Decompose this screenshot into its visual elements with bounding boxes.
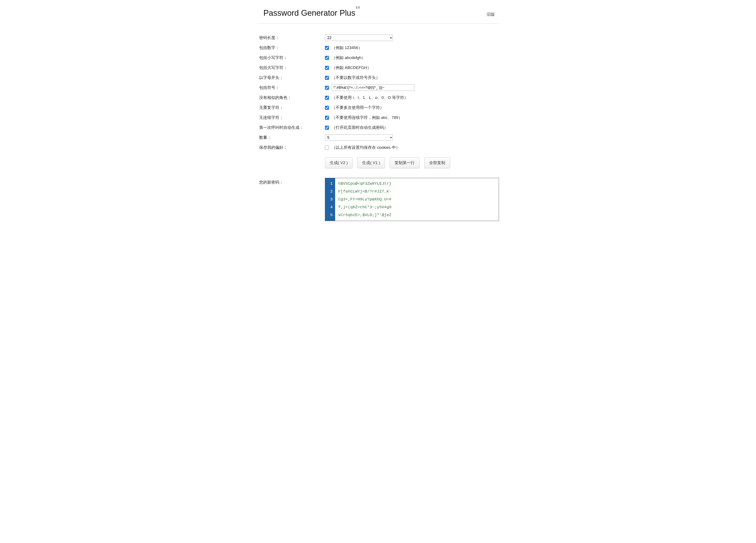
label-start-with-letter: 以字母开头：	[259, 75, 325, 80]
checkbox-start-with-letter[interactable]	[325, 76, 329, 80]
row-include-numbers: 包括数字： （例如 123456）	[259, 44, 499, 51]
password-output[interactable]: 12345 h$VSCpu@<qF3Zw9YLEJtr} F[fahCLWYj<…	[325, 178, 499, 221]
password-line: vCr5qbzE>,$VLD;]"'@jeZ	[338, 211, 391, 219]
label-include-numbers: 包括数字：	[259, 45, 325, 51]
quantity-select[interactable]: 5	[325, 134, 393, 141]
version-badge: 3.0	[356, 6, 360, 9]
hint-no-duplicate: （不要多次使用同一个字符）	[332, 105, 384, 110]
hint-start-with-letter: （不要以数字或符号开头）	[332, 75, 380, 80]
result-row: 您的新密码： 12345 h$VSCpu@<qF3Zw9YLEJtr} F[fa…	[259, 178, 499, 221]
button-row: 生成( V2 ) 生成( V1 ) 复制第一行 全部复制	[325, 157, 499, 168]
row-password-length: 密码长度： 22	[259, 34, 499, 41]
password-line: f,j+(q6Z<chC*3~;y5V4g9	[338, 203, 391, 211]
label-quantity: 数量：	[259, 135, 325, 140]
generate-v2-button[interactable]: 生成( V2 )	[325, 157, 353, 168]
checkbox-no-similar[interactable]	[325, 96, 329, 100]
password-line: Cg3+,FY=H9Ly?p&KbQ.U<#	[338, 196, 391, 203]
old-version-link[interactable]: 旧版	[487, 12, 495, 17]
title-text: Password Generator Plus	[263, 8, 355, 17]
symbols-input[interactable]	[332, 84, 414, 91]
password-line: h$VSCpu@<qF3Zw9YLEJtr}	[338, 180, 391, 188]
hint-no-similar: （不要使用 i、l、1、L、o、0、O 等字符）	[332, 95, 408, 100]
copy-first-button[interactable]: 复制第一行	[390, 157, 420, 168]
checkbox-no-duplicate[interactable]	[325, 106, 329, 110]
checkbox-save-preferences[interactable]	[325, 146, 329, 150]
row-include-uppercase: 包括大写字符： （例如 ABCDEFGH）	[259, 64, 499, 71]
checkbox-no-sequential[interactable]	[325, 116, 329, 120]
label-no-similar: 没有相似的角色：	[259, 95, 325, 100]
label-save-preferences: 保存我的偏好：	[259, 145, 325, 150]
row-no-sequential: 无连续字符： （不要使用连续字符，例如 abc、789）	[259, 114, 499, 121]
label-no-duplicate: 无重复字符：	[259, 105, 325, 110]
password-length-select[interactable]: 22	[325, 35, 393, 41]
label-include-uppercase: 包括大写字符：	[259, 65, 325, 70]
result-label: 您的新密码：	[259, 178, 325, 185]
line-numbers: 12345	[325, 178, 335, 221]
checkbox-include-numbers[interactable]	[325, 46, 329, 50]
row-quantity: 数量： 5	[259, 134, 499, 141]
label-password-length: 密码长度：	[259, 35, 325, 41]
checkbox-include-lowercase[interactable]	[325, 56, 329, 60]
row-no-similar: 没有相似的角色： （不要使用 i、l、1、L、o、0、O 等字符）	[259, 94, 499, 101]
hint-save-preferences: （以上所有设置均保存在 cookies 中）	[332, 145, 400, 150]
label-auto-generate: 第一次呼叫时自动生成：	[259, 125, 325, 130]
hint-no-sequential: （不要使用连续字符，例如 abc、789）	[332, 115, 402, 120]
password-line: F[fahCLWYj<B/?r#JZ7_K-	[338, 188, 391, 196]
hint-auto-generate: （打开此页面时自动生成密码）	[332, 125, 388, 130]
hint-include-uppercase: （例如 ABCDEFGH）	[332, 65, 371, 70]
generate-v1-button[interactable]: 生成( V1 )	[357, 157, 385, 168]
row-start-with-letter: 以字母开头： （不要以数字或符号开头）	[259, 74, 499, 81]
hint-include-numbers: （例如 123456）	[332, 45, 362, 51]
page-title: Password Generator Plus3.0	[263, 8, 359, 18]
password-list: h$VSCpu@<qF3Zw9YLEJtr} F[fahCLWYj<B/?r#J…	[335, 178, 394, 221]
copy-all-button[interactable]: 全部复制	[424, 157, 450, 168]
hint-include-lowercase: （例如 abcdefgh）	[332, 55, 365, 60]
label-no-sequential: 无连续字符：	[259, 115, 325, 120]
row-include-lowercase: 包括小写字符： （例如 abcdefgh）	[259, 54, 499, 61]
label-include-lowercase: 包括小写字符：	[259, 55, 325, 60]
checkbox-include-uppercase[interactable]	[325, 66, 329, 70]
row-auto-generate: 第一次呼叫时自动生成： （打开此页面时自动生成密码）	[259, 124, 499, 131]
checkbox-auto-generate[interactable]	[325, 126, 329, 130]
row-include-symbols: 包括符号：	[259, 84, 499, 91]
row-save-preferences: 保存我的偏好： （以上所有设置均保存在 cookies 中）	[259, 144, 499, 151]
settings-form: 密码长度： 22 包括数字： （例如 123456） 包括小写字符： （例如 a…	[257, 34, 499, 221]
checkbox-include-symbols[interactable]	[325, 86, 329, 90]
row-no-duplicate: 无重复字符： （不要多次使用同一个字符）	[259, 104, 499, 111]
label-include-symbols: 包括符号：	[259, 85, 325, 90]
header: Password Generator Plus3.0 旧版	[257, 4, 499, 24]
